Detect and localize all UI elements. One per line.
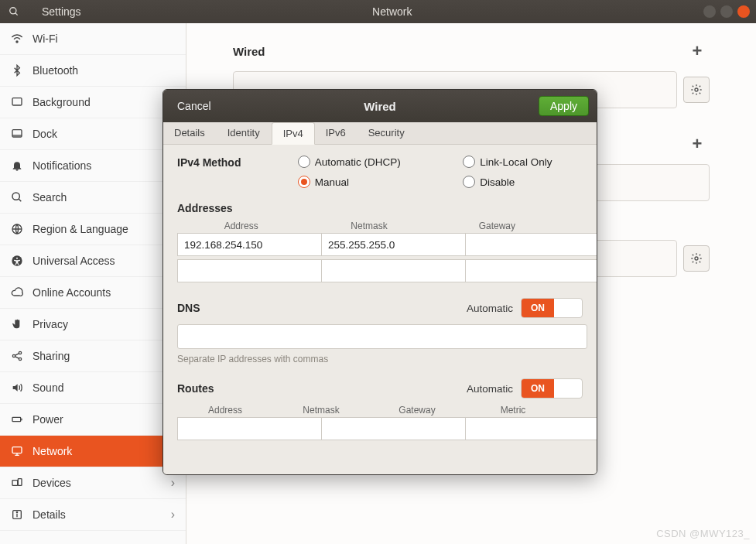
radio-link-local[interactable]: Link-Local Only bbox=[463, 156, 583, 168]
dns-automatic-toggle[interactable]: ON bbox=[521, 298, 583, 318]
routes-col-gateway: Gateway bbox=[369, 405, 465, 416]
route-gateway-input[interactable] bbox=[466, 417, 597, 440]
dns-hint: Separate IP addresses with commas bbox=[177, 354, 583, 364]
chevron-right-icon: › bbox=[171, 476, 175, 490]
dns-automatic-label: Automatic bbox=[467, 303, 513, 314]
radio-automatic-dhcp[interactable]: Automatic (DHCP) bbox=[298, 156, 440, 168]
tab-ipv4[interactable]: IPv4 bbox=[272, 122, 315, 145]
battery-icon bbox=[11, 413, 28, 426]
sidebar-item-dock[interactable]: Dock bbox=[0, 118, 186, 150]
routes-col-metric: Metric bbox=[465, 405, 561, 416]
search-icon bbox=[11, 191, 28, 204]
add-wired-button[interactable]: + bbox=[685, 39, 710, 63]
cloud-icon bbox=[11, 286, 28, 299]
svg-point-27 bbox=[695, 257, 698, 260]
svg-point-2 bbox=[16, 41, 18, 43]
sidebar: Wi-Fi Bluetooth Background Dock Notifica… bbox=[0, 23, 186, 544]
search-button[interactable] bbox=[0, 0, 28, 23]
svg-rect-18 bbox=[12, 447, 22, 453]
chevron-right-icon: › bbox=[171, 508, 175, 522]
network-icon bbox=[11, 445, 28, 457]
tab-identity[interactable]: Identity bbox=[217, 122, 272, 144]
route-netmask-input[interactable] bbox=[322, 417, 466, 440]
apply-button[interactable]: Apply bbox=[539, 96, 589, 116]
bell-icon bbox=[11, 159, 28, 172]
sidebar-item-wifi[interactable]: Wi-Fi bbox=[0, 23, 186, 55]
addr-col-address: Address bbox=[177, 221, 305, 231]
maximize-button[interactable] bbox=[720, 5, 733, 18]
addr-col-netmask: Netmask bbox=[305, 221, 433, 231]
address-input-1[interactable] bbox=[177, 259, 322, 282]
sidebar-item-search[interactable]: Search bbox=[0, 182, 186, 214]
accessibility-icon bbox=[11, 255, 28, 267]
cancel-button[interactable]: Cancel bbox=[171, 97, 217, 115]
sidebar-item-privacy[interactable]: Privacy bbox=[0, 309, 186, 340]
sidebar-item-details[interactable]: Details› bbox=[0, 499, 186, 531]
netmask-input-1[interactable] bbox=[322, 259, 466, 282]
page-title: Network bbox=[81, 5, 703, 18]
sidebar-item-region[interactable]: Region & Language bbox=[0, 214, 186, 245]
radio-disable[interactable]: Disable bbox=[463, 176, 583, 188]
titlebar: Settings Network bbox=[0, 0, 756, 23]
svg-point-25 bbox=[16, 511, 17, 512]
radio-manual[interactable]: Manual bbox=[298, 176, 440, 188]
devices-icon bbox=[11, 477, 28, 489]
sidebar-item-online-accounts[interactable]: Online Accounts bbox=[0, 277, 186, 309]
routes-label: Routes bbox=[177, 382, 214, 395]
svg-point-6 bbox=[12, 193, 19, 200]
watermark: CSDN @MWY123_ bbox=[656, 528, 750, 539]
wifi-icon bbox=[11, 33, 28, 45]
sidebar-item-notifications[interactable]: Notifications bbox=[0, 150, 186, 182]
sidebar-item-background[interactable]: Background bbox=[0, 87, 186, 118]
sidebar-item-sound[interactable]: Sound bbox=[0, 372, 186, 404]
wired-settings-dialog: Cancel Wired Apply Details Identity IPv4… bbox=[162, 89, 596, 460]
netmask-input-0[interactable] bbox=[322, 233, 466, 256]
settings-title: Settings bbox=[42, 5, 81, 18]
wired-settings-button[interactable] bbox=[683, 77, 710, 103]
route-address-input[interactable] bbox=[177, 417, 322, 440]
gateway-input-0[interactable] bbox=[466, 233, 597, 256]
svg-point-0 bbox=[10, 8, 16, 14]
routes-col-netmask: Netmask bbox=[273, 405, 369, 416]
routes-automatic-toggle[interactable]: ON bbox=[521, 378, 583, 399]
svg-line-15 bbox=[15, 357, 19, 359]
dialog-title: Wired bbox=[163, 100, 597, 113]
routes-automatic-label: Automatic bbox=[467, 383, 513, 395]
svg-rect-16 bbox=[12, 417, 21, 421]
sidebar-item-sharing[interactable]: Sharing bbox=[0, 340, 186, 372]
tab-ipv6[interactable]: IPv6 bbox=[315, 122, 357, 144]
tab-details[interactable]: Details bbox=[163, 122, 217, 144]
background-icon bbox=[11, 96, 28, 108]
svg-point-26 bbox=[695, 88, 698, 91]
globe-icon bbox=[11, 223, 28, 235]
bluetooth-icon bbox=[11, 64, 28, 77]
sidebar-item-devices[interactable]: Devices› bbox=[0, 467, 186, 499]
gateway-input-1[interactable] bbox=[466, 259, 597, 282]
dns-label: DNS bbox=[177, 302, 200, 314]
dns-input[interactable] bbox=[177, 324, 587, 349]
minimize-button[interactable] bbox=[703, 5, 716, 18]
share-icon bbox=[11, 350, 28, 362]
svg-line-7 bbox=[19, 199, 21, 201]
sidebar-item-network[interactable]: Network bbox=[0, 436, 186, 467]
svg-rect-21 bbox=[12, 481, 18, 486]
svg-point-10 bbox=[16, 258, 18, 259]
sidebar-item-power[interactable]: Power bbox=[0, 404, 186, 436]
tab-security[interactable]: Security bbox=[357, 122, 416, 144]
wired-section-title: Wired bbox=[233, 45, 265, 58]
info-icon bbox=[11, 508, 28, 521]
sidebar-item-bluetooth[interactable]: Bluetooth bbox=[0, 55, 186, 87]
svg-rect-3 bbox=[12, 98, 22, 105]
addr-col-gateway: Gateway bbox=[433, 221, 561, 231]
svg-line-14 bbox=[15, 354, 19, 356]
ipv4-method-label: IPv4 Method bbox=[177, 156, 241, 169]
close-button[interactable] bbox=[737, 5, 750, 18]
add-vpn-button[interactable]: + bbox=[685, 132, 710, 156]
proxy-settings-button[interactable] bbox=[683, 245, 710, 272]
hand-icon bbox=[11, 318, 28, 330]
sidebar-item-universal-access[interactable]: Universal Access bbox=[0, 245, 186, 277]
address-input-0[interactable] bbox=[177, 233, 322, 256]
speaker-icon bbox=[11, 381, 28, 394]
addresses-label: Addresses bbox=[177, 202, 583, 214]
svg-line-1 bbox=[15, 13, 18, 15]
